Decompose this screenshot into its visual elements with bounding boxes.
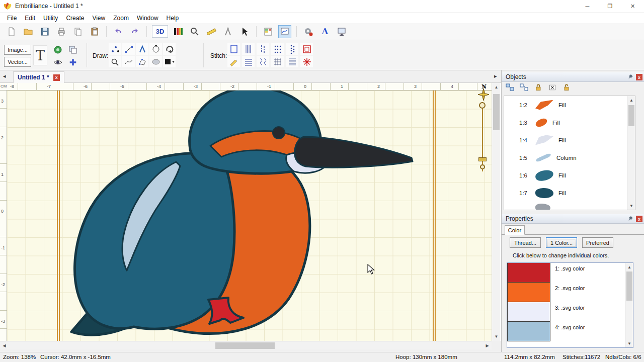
thread-button[interactable]: Thread...	[510, 237, 541, 248]
object-row-1-4[interactable]: 1:4 Fill	[504, 131, 635, 149]
design-object-kingfisher[interactable]	[7, 90, 492, 341]
menu-create[interactable]: Create	[62, 15, 88, 22]
stitch-pencil-tool[interactable]	[227, 56, 240, 67]
fill-object-beak[interactable]	[295, 137, 413, 167]
draw-column-tool[interactable]	[136, 43, 148, 55]
one-color-button[interactable]: 1 Color...	[546, 237, 577, 248]
unlock-icon[interactable]	[561, 82, 572, 93]
add-plus-button[interactable]	[66, 56, 79, 68]
compass-tool-button[interactable]	[221, 25, 234, 38]
object-row-1-3[interactable]: 1:3 Fill	[504, 114, 635, 131]
open-file-button[interactable]	[22, 25, 35, 38]
lock-icon[interactable]	[533, 82, 544, 93]
scroll-up-icon[interactable]: ▲	[492, 83, 501, 92]
stitch-eye-button[interactable]	[51, 44, 64, 56]
object-row-1-7[interactable]: 1:7 Fill	[504, 184, 635, 202]
color-row-2[interactable]: 2: .svg color	[507, 283, 633, 302]
scroll-down-icon[interactable]: ▼	[625, 339, 633, 347]
image-button[interactable]: Image...	[4, 45, 31, 55]
compass-orientation-control[interactable]: N	[475, 83, 492, 103]
pin-icon[interactable]	[627, 216, 633, 222]
menu-edit[interactable]: Edit	[21, 15, 39, 22]
color-chart-button[interactable]	[172, 25, 185, 38]
menu-utility[interactable]: Utility	[39, 15, 62, 22]
print-button[interactable]	[55, 25, 68, 38]
tab-close-icon[interactable]: x	[53, 74, 60, 81]
color-swatch[interactable]	[507, 321, 550, 341]
vector-button[interactable]: Vector...	[4, 57, 31, 67]
zoom-slider-handle[interactable]	[478, 157, 487, 161]
stitch-run-tool[interactable]	[257, 43, 269, 55]
scroll-left-icon[interactable]: ◀	[0, 341, 9, 350]
scroll-up-icon[interactable]: ▲	[627, 96, 635, 104]
vertical-scroll-thumb[interactable]	[493, 94, 500, 130]
color-scroll-thumb[interactable]	[626, 272, 632, 301]
redo-button[interactable]	[128, 25, 141, 38]
3d-view-button[interactable]: 3D	[152, 25, 168, 38]
measure-ruler-button[interactable]	[205, 25, 218, 38]
zoom-slider-top-icon[interactable]	[479, 102, 486, 109]
canvas-vertical-scrollbar[interactable]: ▲ ▼	[492, 83, 500, 341]
draw-zoom-tool[interactable]	[109, 56, 121, 67]
lettering-button[interactable]: A	[318, 25, 332, 38]
stitch-fill-lines-tool[interactable]	[242, 43, 255, 55]
close-button[interactable]: ✕	[621, 0, 644, 13]
fill-object-eye[interactable]	[273, 127, 285, 139]
objects-list-scrollbar[interactable]: ▲ ▼	[627, 96, 635, 210]
object-row-1-6[interactable]: 1:6 Fill	[504, 166, 635, 184]
visibility-eye-button[interactable]	[51, 56, 64, 68]
menu-help[interactable]: Help	[163, 15, 183, 22]
design-canvas[interactable]	[7, 90, 492, 341]
color-row-1[interactable]: 1: .svg color	[507, 263, 633, 283]
stitch-outline-tool[interactable]	[227, 43, 240, 55]
objects-scroll-thumb[interactable]	[628, 105, 634, 126]
color-row-4[interactable]: 4: .svg color	[507, 322, 633, 341]
scroll-up-icon[interactable]: ▲	[625, 263, 633, 271]
delete-x-icon[interactable]	[547, 82, 558, 93]
stitch-grid-tool[interactable]	[271, 56, 284, 67]
group-icon[interactable]	[505, 82, 516, 93]
pin-icon[interactable]	[627, 74, 633, 80]
zoom-slider-bottom-icon[interactable]	[480, 164, 485, 169]
scroll-right-icon[interactable]: ▶	[483, 341, 492, 350]
draw-polygon-tool[interactable]	[136, 56, 148, 67]
stitch-snowflake-tool[interactable]	[300, 56, 313, 67]
maximize-button[interactable]: ❐	[599, 0, 621, 13]
color-swatch[interactable]	[507, 302, 550, 322]
menu-view[interactable]: View	[88, 15, 109, 22]
object-properties-button[interactable]	[262, 25, 275, 38]
stitch-motif-tool[interactable]	[271, 43, 284, 55]
preferred-button[interactable]: Preferred	[582, 237, 613, 248]
object-row-1-2[interactable]: 1:2 Fill	[504, 96, 635, 114]
undo-button[interactable]	[112, 25, 125, 38]
draw-fill-swatch-tool[interactable]	[163, 56, 176, 67]
draw-bezier-tool[interactable]	[122, 43, 135, 55]
text-tool-button[interactable]: T	[33, 45, 47, 65]
stitch-satin-tool[interactable]	[242, 56, 255, 67]
stitch-dot-column-tool[interactable]	[286, 43, 298, 55]
ungroup-icon[interactable]	[519, 82, 530, 93]
tab-scroll-right-icon[interactable]: ▸	[494, 73, 497, 79]
properties-panel-close-icon[interactable]: x	[636, 216, 642, 222]
stitch-pattern-frame-tool[interactable]	[300, 43, 313, 55]
draw-points-tool[interactable]	[109, 43, 121, 55]
duplicate-button[interactable]	[66, 44, 79, 56]
draw-ellipse-tool[interactable]	[149, 56, 162, 67]
menu-file[interactable]: File	[3, 15, 21, 22]
menu-zoom[interactable]: Zoom	[109, 15, 133, 22]
color-swatch[interactable]	[507, 262, 550, 283]
object-row-partial[interactable]	[504, 202, 635, 210]
menu-window[interactable]: Window	[133, 15, 163, 22]
scroll-down-icon[interactable]: ▼	[492, 332, 501, 341]
objects-panel-close-icon[interactable]: x	[636, 74, 642, 80]
color-row-3[interactable]: 3: .svg color	[507, 302, 633, 322]
new-file-button[interactable]	[5, 25, 18, 38]
color-list-scrollbar[interactable]: ▲ ▼	[625, 263, 633, 347]
stitch-zigzag-tool[interactable]	[257, 56, 269, 67]
horizontal-scroll-thumb[interactable]	[215, 342, 275, 349]
tab-color[interactable]: Color	[505, 225, 525, 235]
export-monitor-button[interactable]	[335, 25, 348, 38]
document-tab[interactable]: Untitled 1 * x	[13, 71, 64, 83]
select-arrow-button[interactable]	[238, 25, 251, 38]
object-row-1-5[interactable]: 1:5 Column	[504, 149, 635, 166]
